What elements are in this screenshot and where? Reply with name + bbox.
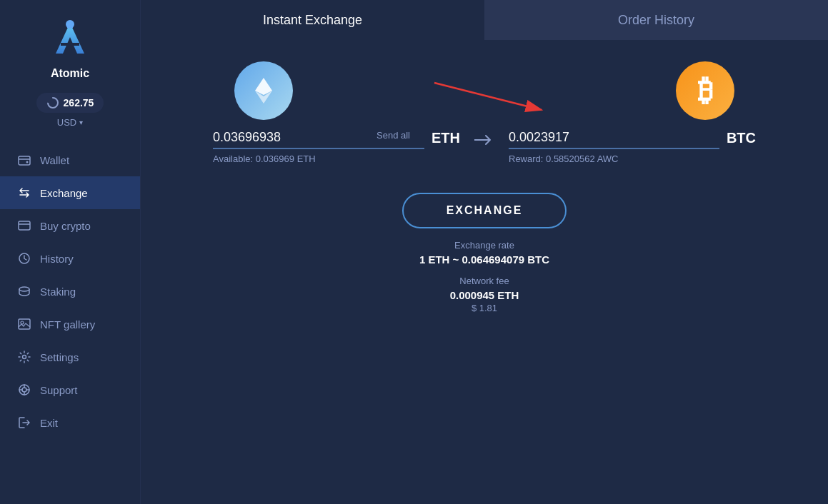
sidebar-item-exchange[interactable]: Exchange (0, 176, 140, 209)
sidebar-item-support[interactable]: Support (0, 373, 140, 406)
sidebar: Atomic 262.75 USD ▾ Wallet Exchange (0, 0, 141, 504)
sidebar-item-nft-gallery[interactable]: NFT gallery (0, 308, 140, 341)
to-input-wrapper: BTC (509, 127, 756, 149)
svg-point-7 (19, 287, 29, 291)
svg-rect-3 (19, 156, 30, 165)
app-name: Atomic (51, 67, 89, 80)
eth-coin-icon (234, 61, 293, 120)
sidebar-item-exchange-label: Exchange (40, 187, 88, 199)
network-fee-info: Network fee 0.000945 ETH $ 1.81 (450, 276, 519, 313)
exit-icon (17, 415, 31, 430)
svg-marker-13 (255, 78, 272, 95)
svg-point-4 (26, 161, 29, 163)
sidebar-item-buy-crypto-label: Buy crypto (40, 220, 91, 232)
between-arrow-icon (474, 127, 494, 147)
logo-container: Atomic (45, 14, 95, 80)
settings-icon (17, 350, 31, 364)
sidebar-item-staking[interactable]: Staking (0, 275, 140, 308)
balance-container[interactable]: 262.75 (36, 93, 104, 113)
history-icon (17, 251, 31, 266)
to-input-group: BTC Reward: 0.58520562 AWC (509, 127, 756, 164)
sidebar-item-history[interactable]: History (0, 242, 140, 275)
network-fee-value: 0.000945 ETH (450, 289, 519, 301)
exchange-button[interactable]: EXCHANGE (402, 193, 567, 228)
send-all-label[interactable]: Send all (376, 130, 410, 141)
currency-selector[interactable]: USD ▾ (57, 117, 83, 128)
exchange-content: ₿ (141, 40, 828, 504)
sidebar-item-staking-label: Staking (40, 286, 76, 298)
nav-menu: Wallet Exchange Buy crypto History (0, 143, 140, 439)
sidebar-item-history-label: History (40, 253, 74, 265)
svg-point-12 (22, 388, 26, 392)
chevron-down-icon: ▾ (79, 119, 83, 126)
svg-rect-5 (19, 221, 30, 230)
main-area: Instant Exchange Order History ₿ (141, 0, 828, 504)
sidebar-item-exit-label: Exit (40, 417, 58, 429)
wallet-icon (17, 153, 31, 167)
currency-label: USD (57, 117, 76, 128)
btc-coin-icon: ₿ (676, 61, 734, 120)
from-input-group: Send all ETH Available: 0.036969 ETH (213, 127, 460, 164)
svg-point-1 (66, 20, 74, 29)
to-currency-label: BTC (727, 130, 756, 146)
inputs-wrapper: Send all ETH Available: 0.036969 ETH (213, 127, 756, 171)
exchange-rate-value: 1 ETH ~ 0.064694079 BTC (419, 253, 549, 266)
tabs: Instant Exchange Order History (141, 0, 828, 40)
network-fee-label: Network fee (450, 276, 519, 286)
sidebar-item-nft-label: NFT gallery (40, 318, 95, 331)
reward-info: Reward: 0.58520562 AWC (509, 153, 756, 164)
sidebar-item-wallet-label: Wallet (40, 154, 69, 166)
buy-crypto-icon (17, 218, 31, 233)
exchange-icon (17, 186, 31, 200)
balance-amount: 262.75 (64, 97, 94, 109)
sidebar-item-support-label: Support (40, 384, 78, 396)
sidebar-item-settings[interactable]: Settings (0, 341, 140, 373)
svg-rect-8 (19, 319, 30, 329)
inputs-row: Send all ETH Available: 0.036969 ETH (213, 127, 756, 164)
atomic-logo-icon (45, 14, 95, 64)
sidebar-item-settings-label: Settings (40, 351, 79, 363)
svg-point-9 (21, 321, 24, 324)
sidebar-item-wallet[interactable]: Wallet (0, 143, 140, 176)
from-input-wrapper: Send all ETH (213, 127, 460, 149)
svg-point-2 (48, 98, 58, 108)
exchange-rate-info: Exchange rate 1 ETH ~ 0.064694079 BTC (419, 240, 549, 266)
tab-order-history[interactable]: Order History (484, 0, 828, 40)
balance-icon (46, 96, 59, 109)
available-balance: Available: 0.036969 ETH (213, 153, 460, 164)
sidebar-item-buy-crypto[interactable]: Buy crypto (0, 209, 140, 242)
network-fee-usd: $ 1.81 (450, 303, 519, 313)
nft-icon (17, 317, 31, 331)
exchange-rate-label: Exchange rate (419, 240, 549, 251)
svg-point-10 (23, 356, 26, 359)
tab-instant-exchange[interactable]: Instant Exchange (141, 0, 484, 40)
support-icon (17, 383, 31, 397)
sidebar-item-exit[interactable]: Exit (0, 406, 140, 439)
to-amount-input[interactable] (509, 127, 719, 149)
from-currency-label: ETH (432, 130, 460, 146)
staking-icon (17, 284, 31, 298)
